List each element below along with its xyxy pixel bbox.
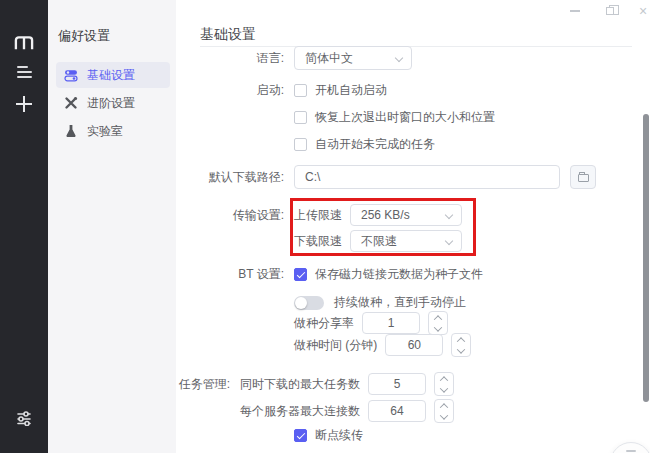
sidebar-item-label: 基础设置 — [87, 67, 135, 84]
seed-ratio-label: 做种分享率 — [294, 315, 354, 332]
download-path-input[interactable]: C:\ — [294, 165, 560, 189]
seed-ratio-input[interactable]: 1 — [362, 312, 420, 334]
max-connections-row: 每个服务器最大连接数 64 — [176, 399, 650, 423]
step-down-icon[interactable] — [435, 411, 453, 422]
max-connections-stepper[interactable] — [434, 399, 454, 423]
max-tasks-stepper[interactable] — [434, 372, 454, 396]
browse-folder-button[interactable] — [570, 165, 596, 189]
seed-time-row: 做种时间 (分钟) 60 — [176, 333, 650, 357]
seed-time-value: 60 — [408, 338, 421, 352]
toggle-label: 持续做种，直到手动停止 — [334, 294, 466, 311]
download-path-value: C:\ — [305, 170, 320, 184]
keep-seeding-toggle[interactable] — [294, 296, 324, 310]
chevron-down-icon — [395, 54, 403, 62]
checkbox-label: 恢复上次退出时窗口的大小和位置 — [315, 109, 495, 126]
checkbox-autostart[interactable] — [294, 84, 307, 97]
max-tasks-value: 5 — [394, 377, 401, 391]
seed-time-input[interactable]: 60 — [385, 334, 443, 356]
bt-keep-seeding-row: 持续做种，直到手动停止 — [176, 294, 650, 311]
settings-sidebar: 偏好设置 基础设置 进阶设置 实验室 — [48, 0, 176, 453]
checkbox-auto-resume-unfinished[interactable] — [294, 138, 307, 151]
sidebar-item-basic-settings[interactable]: 基础设置 — [56, 62, 170, 88]
checkbox-label: 开机自动启动 — [315, 82, 387, 99]
startup-label: 启动: — [176, 82, 294, 99]
seed-time-stepper[interactable] — [451, 333, 471, 357]
seed-ratio-value: 1 — [388, 316, 395, 330]
scrollbar-thumb[interactable] — [643, 114, 649, 402]
resume-row: 断点续传 — [176, 427, 650, 444]
app-rail — [0, 0, 48, 453]
add-task-icon[interactable] — [0, 96, 48, 112]
sidebar-item-label: 进阶设置 — [87, 95, 135, 112]
seed-ratio-row: 做种分享率 1 — [176, 311, 650, 335]
checkbox-restore-window[interactable] — [294, 111, 307, 124]
advanced-settings-icon — [64, 96, 78, 110]
max-connections-input[interactable]: 64 — [368, 400, 426, 422]
step-down-icon[interactable] — [435, 384, 453, 395]
chevron-down-icon — [445, 237, 453, 245]
startup-row: 启动: 开机自动启动 — [176, 82, 650, 99]
basic-settings-icon — [64, 68, 78, 82]
task-manage-label: 任务管理: — [176, 376, 240, 393]
checkbox-label: 保存磁力链接元数据为种子文件 — [315, 266, 483, 283]
language-row: 语言: 简体中文 — [176, 46, 650, 70]
max-tasks-row: 任务管理: 同时下载的最大任务数 5 — [176, 372, 650, 396]
step-down-icon[interactable] — [452, 345, 470, 356]
upload-limit-row: 传输设置: 上传限速 256 KB/s — [176, 204, 650, 226]
sidebar-title: 偏好设置 — [58, 27, 110, 45]
page-title: 基础设置 — [200, 26, 256, 44]
max-tasks-input[interactable]: 5 — [368, 373, 426, 395]
startup-row: 自动开始未完成的任务 — [176, 136, 650, 153]
preferences-icon[interactable] — [0, 410, 48, 426]
download-limit-row: 下载限速 不限速 — [176, 230, 650, 252]
step-up-icon[interactable] — [435, 400, 453, 411]
task-list-icon[interactable] — [0, 64, 48, 80]
language-label: 语言: — [176, 50, 294, 67]
download-limit-select[interactable]: 不限速 — [350, 230, 462, 252]
step-up-icon[interactable] — [429, 312, 447, 323]
max-connections-label: 每个服务器最大连接数 — [240, 403, 360, 420]
max-tasks-label: 同时下载的最大任务数 — [240, 376, 360, 393]
download-path-label: 默认下载路径: — [176, 169, 294, 186]
maximize-icon[interactable] — [603, 5, 617, 17]
upload-limit-label: 上传限速 — [294, 207, 342, 224]
upload-limit-select[interactable]: 256 KB/s — [350, 204, 462, 226]
step-up-icon[interactable] — [452, 334, 470, 345]
upload-limit-value: 256 KB/s — [361, 208, 410, 222]
seed-ratio-stepper[interactable] — [428, 311, 448, 335]
language-value: 简体中文 — [305, 50, 353, 67]
checkbox-label: 自动开始未完成的任务 — [315, 136, 435, 153]
close-icon[interactable]: × — [636, 5, 650, 17]
sidebar-item-label: 实验室 — [87, 123, 123, 140]
language-select[interactable]: 简体中文 — [294, 46, 412, 70]
checkbox-save-magnet-metadata[interactable] — [294, 268, 307, 281]
minimize-icon[interactable] — [568, 5, 582, 17]
max-connections-value: 64 — [390, 404, 403, 418]
sidebar-item-lab[interactable]: 实验室 — [56, 118, 170, 144]
transfer-label: 传输设置: — [176, 207, 294, 224]
app-logo-icon — [0, 33, 48, 51]
startup-row: 恢复上次退出时窗口的大小和位置 — [176, 109, 650, 126]
checkbox-label: 断点续传 — [315, 427, 363, 444]
sidebar-item-advanced-settings[interactable]: 进阶设置 — [56, 90, 170, 116]
download-limit-label: 下载限速 — [294, 233, 342, 250]
download-limit-value: 不限速 — [361, 233, 397, 250]
step-up-icon[interactable] — [435, 373, 453, 384]
download-path-row: 默认下载路径: C:\ — [176, 165, 650, 189]
checkbox-resume-breakpoint[interactable] — [294, 429, 307, 442]
folder-icon — [578, 174, 589, 182]
bt-save-magnet-row: BT 设置: 保存磁力链接元数据为种子文件 — [176, 266, 650, 283]
chevron-down-icon — [445, 211, 453, 219]
seed-time-label: 做种时间 (分钟) — [294, 337, 377, 354]
bt-label: BT 设置: — [176, 266, 294, 283]
lab-icon — [64, 124, 78, 138]
